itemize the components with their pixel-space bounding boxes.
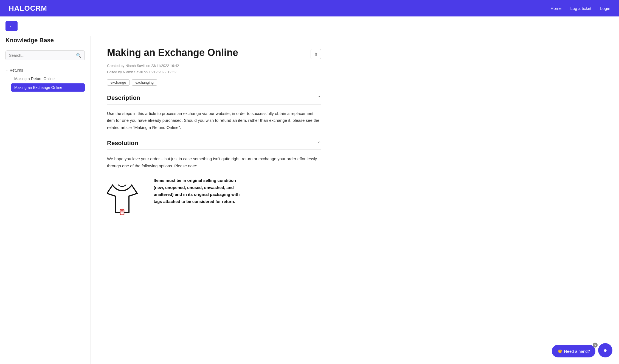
section-description: Description ⌃ Use the steps in this arti… (107, 94, 321, 131)
tags: exchange exchanging (107, 79, 321, 86)
sidebar-title: Knowledge Base (5, 36, 85, 44)
nav-item-making-exchange-online[interactable]: Making an Exchange Online (11, 83, 85, 92)
header: HALOCRM Home Log a ticket Login (0, 0, 619, 16)
collapse-resolution-icon: ⌃ (317, 141, 321, 146)
edited-by: Edited by Niamh Savill on 16/12/2022 12:… (107, 69, 321, 75)
chat-bubble[interactable]: ✕ 👋 Need a hand? (552, 345, 595, 357)
nav-category-header-returns[interactable]: ⌄ Returns (5, 67, 85, 74)
share-button[interactable]: ⇧ (311, 49, 321, 59)
info-block: Items must be in original selling condit… (107, 177, 321, 215)
section-body-resolution: We hope you love your order – but just i… (107, 155, 321, 169)
section-resolution: Resolution ⌃ We hope you love your order… (107, 140, 321, 215)
section-header-description[interactable]: Description ⌃ (107, 94, 321, 105)
nav-home[interactable]: Home (551, 6, 562, 11)
chat-open-button[interactable]: ● (598, 343, 612, 357)
search-icon: 🔍 (76, 53, 81, 58)
page-layout: Knowledge Base 🔍 ⌄ Returns Making a Retu… (0, 36, 619, 364)
article-header: Making an Exchange Online ⇧ (107, 47, 321, 59)
created-by: Created by Niamh Savill on 23/11/2022 16… (107, 63, 321, 69)
section-header-resolution[interactable]: Resolution ⌃ (107, 140, 321, 150)
article-title: Making an Exchange Online (107, 47, 238, 58)
main-content: Making an Exchange Online ⇧ Created by N… (91, 36, 337, 364)
tag-exchanging: exchanging (132, 79, 157, 86)
header-nav: Home Log a ticket Login (551, 6, 610, 11)
chat-close-button[interactable]: ✕ (593, 343, 598, 348)
chat-widget: ✕ 👋 Need a hand? ● (552, 343, 612, 357)
chat-emoji: 👋 (557, 349, 562, 354)
section-title-description: Description (107, 94, 140, 101)
search-box: 🔍 (5, 50, 85, 60)
tag-exchange: exchange (107, 79, 130, 86)
share-icon: ⇧ (314, 52, 318, 57)
article-meta: Created by Niamh Savill on 23/11/2022 16… (107, 63, 321, 75)
info-text: Items must be in original selling condit… (154, 177, 247, 205)
section-body-description: Use the steps in this article to process… (107, 110, 321, 131)
chat-icon: ● (603, 347, 607, 354)
nav-category-label-returns: Returns (10, 68, 23, 72)
logo: HALOCRM (9, 4, 47, 13)
nav-category-returns: ⌄ Returns Making a Return Online Making … (5, 67, 85, 92)
close-icon: ✕ (594, 344, 596, 347)
collapse-description-icon: ⌃ (317, 95, 321, 100)
chat-label: Need a hand? (564, 349, 590, 354)
sidebar: Knowledge Base 🔍 ⌄ Returns Making a Retu… (0, 36, 91, 364)
chevron-icon: ⌄ (5, 69, 8, 72)
nav-items-returns: Making a Return Online Making an Exchang… (11, 75, 85, 92)
section-title-resolution: Resolution (107, 140, 138, 147)
nav-login[interactable]: Login (600, 6, 610, 11)
back-button[interactable]: ← (5, 21, 18, 31)
back-icon: ← (9, 23, 14, 29)
search-input[interactable] (9, 53, 76, 58)
nav-log-ticket[interactable]: Log a ticket (570, 6, 592, 11)
tshirt-illustration (107, 177, 143, 215)
nav-item-making-return-online[interactable]: Making a Return Online (11, 75, 85, 83)
